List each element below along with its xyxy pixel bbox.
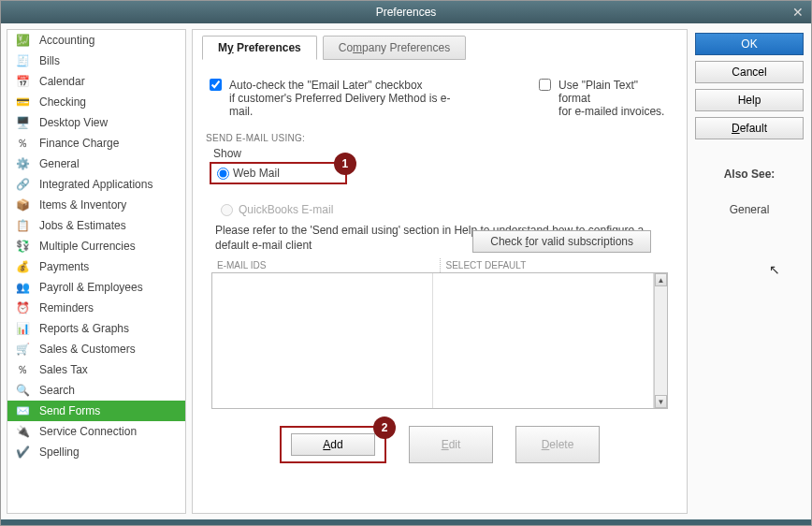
use-plain-text-checkbox[interactable]: [539, 79, 551, 91]
ok-button[interactable]: OK: [695, 33, 804, 55]
sidebar-item-reports-graphs[interactable]: 📊Reports & Graphs: [7, 318, 185, 339]
sidebar-item-spelling[interactable]: ✔️Spelling: [7, 442, 185, 462]
finance-icon: ％: [13, 136, 32, 151]
sidebar-item-label: Spelling: [39, 446, 80, 459]
also-see-link[interactable]: General: [695, 203, 804, 216]
checkbox-row: Auto-check the "Email Later" checkbox if…: [202, 75, 677, 122]
preferences-window: Preferences ✕ 💹Accounting 🧾Bills 📅Calend…: [0, 0, 812, 526]
select-default-column[interactable]: [433, 273, 654, 408]
sidebar-item-label: Payments: [39, 260, 89, 273]
edit-button: Edit: [409, 426, 493, 463]
dialog-buttons: OK Cancel Help Default Also See: General: [693, 29, 805, 514]
sidebar-item-search[interactable]: 🔍Search: [7, 380, 185, 401]
sidebar-item-label: Search: [39, 384, 75, 397]
sidebar-item-jobs-estimates[interactable]: 📋Jobs & Estimates: [7, 215, 185, 236]
sidebar-item-label: Accounting: [39, 34, 94, 47]
service-icon: 🔌: [13, 424, 32, 439]
sidebar-item-label: Bills: [39, 54, 60, 67]
tab-my-preferences[interactable]: My Preferences: [202, 36, 317, 60]
checking-icon: 💳: [13, 95, 32, 110]
sidebar-item-label: General: [39, 157, 80, 170]
table-scrollbar[interactable]: ▲ ▼: [654, 273, 667, 408]
window-title: Preferences: [376, 6, 437, 19]
sidebar-item-label: Payroll & Employees: [39, 281, 143, 294]
help-button[interactable]: Help: [695, 89, 804, 111]
show-label: Show: [213, 147, 666, 160]
currencies-icon: 💱: [13, 239, 32, 254]
col-select-default: SELECT DEFAULT: [440, 258, 669, 272]
col-email-ids: E-MAIL IDS: [211, 258, 440, 272]
email-action-buttons: Add 2 Edit Delete: [202, 426, 677, 463]
auto-check-label: Auto-check the "Email Later" checkbox if…: [229, 79, 468, 118]
sidebar-item-items-inventory[interactable]: 📦Items & Inventory: [7, 195, 185, 215]
quickbooks-email-row: QuickBooks E-mail: [221, 203, 666, 216]
delete-button: Delete: [515, 426, 600, 463]
sidebar-item-service-connection[interactable]: 🔌Service Connection: [7, 421, 185, 442]
inventory-icon: 📦: [13, 197, 32, 212]
category-sidebar: 💹Accounting 🧾Bills 📅Calendar 💳Checking 🖥…: [7, 29, 186, 514]
check-subscriptions-button[interactable]: Check for valid subscriptions: [472, 230, 651, 253]
close-icon[interactable]: ✕: [792, 5, 804, 20]
scroll-up-icon[interactable]: ▲: [655, 273, 667, 286]
titlebar: Preferences ✕: [1, 1, 811, 23]
also-see-heading: Also See:: [695, 168, 804, 181]
quickbooks-email-label: QuickBooks E-mail: [239, 203, 333, 216]
add-button[interactable]: Add: [291, 433, 375, 456]
sidebar-item-bills[interactable]: 🧾Bills: [7, 51, 185, 71]
sidebar-item-sales-tax[interactable]: ％Sales Tax: [7, 359, 185, 380]
sidebar-item-label: Desktop View: [39, 116, 108, 129]
plain-text-label: Use "Plain Text" format for e-mailed inv…: [558, 79, 670, 118]
sidebar-item-reminders[interactable]: ⏰Reminders: [7, 298, 185, 318]
payroll-icon: 👥: [13, 280, 32, 295]
sidebar-item-finance-charge[interactable]: ％Finance Charge: [7, 133, 185, 153]
sidebar-item-accounting[interactable]: 💹Accounting: [7, 30, 185, 51]
sidebar-item-label: Multiple Currencies: [39, 240, 136, 253]
callout-2: 2: [373, 416, 396, 439]
web-mail-label: Web Mail: [233, 167, 280, 180]
calendar-icon: 📅: [13, 74, 32, 89]
add-button-highlight: Add 2: [280, 426, 386, 463]
email-ids-table: ▲ ▼: [211, 272, 668, 409]
sidebar-item-label: Sales & Customers: [39, 343, 136, 356]
sidebar-item-label: Checking: [39, 95, 86, 109]
sidebar-item-checking[interactable]: 💳Checking: [7, 92, 185, 112]
sales-icon: 🛒: [13, 342, 32, 357]
integration-icon: 🔗: [13, 177, 32, 192]
sidebar-item-label: Send Forms: [39, 404, 100, 417]
quickbooks-email-radio: [221, 204, 233, 216]
window-body: 💹Accounting 🧾Bills 📅Calendar 💳Checking 🖥…: [1, 23, 811, 519]
sidebar-item-payments[interactable]: 💰Payments: [7, 256, 185, 277]
main-panel: My Preferences Company Preferences Auto-…: [192, 29, 688, 514]
send-email-using-heading: SEND E-MAIL USING:: [206, 133, 674, 143]
sidebar-item-label: Integrated Applications: [39, 178, 152, 191]
accounting-icon: 💹: [13, 33, 32, 48]
sidebar-item-sales-customers[interactable]: 🛒Sales & Customers: [7, 339, 185, 359]
sidebar-item-desktop-view[interactable]: 🖥️Desktop View: [7, 112, 185, 133]
sidebar-item-payroll[interactable]: 👥Payroll & Employees: [7, 277, 185, 298]
scroll-down-icon[interactable]: ▼: [655, 395, 667, 408]
jobs-icon: 📋: [13, 218, 32, 233]
payments-icon: 💰: [13, 259, 32, 274]
tab-company-preferences[interactable]: Company Preferences: [323, 36, 466, 60]
send-forms-icon: ✉️: [13, 403, 32, 418]
sidebar-item-send-forms[interactable]: ✉️Send Forms: [7, 401, 185, 421]
tabs: My Preferences Company Preferences: [202, 36, 677, 60]
sidebar-item-multiple-currencies[interactable]: 💱Multiple Currencies: [7, 236, 185, 256]
general-icon: ⚙️: [13, 156, 32, 171]
web-mail-radio[interactable]: [217, 168, 229, 180]
email-ids-column[interactable]: [212, 273, 433, 408]
desktop-icon: 🖥️: [13, 115, 32, 130]
auto-check-email-later-checkbox[interactable]: [210, 79, 222, 91]
default-button[interactable]: Default: [695, 117, 804, 139]
sidebar-item-label: Finance Charge: [39, 137, 119, 150]
sidebar-item-label: Jobs & Estimates: [39, 219, 126, 232]
search-icon: 🔍: [13, 383, 32, 398]
sidebar-item-calendar[interactable]: 📅Calendar: [7, 71, 185, 92]
spelling-icon: ✔️: [13, 445, 32, 460]
bottom-bar: [1, 519, 811, 525]
sidebar-item-general[interactable]: ⚙️General: [7, 153, 185, 174]
cancel-button[interactable]: Cancel: [695, 61, 804, 83]
sidebar-item-label: Sales Tax: [39, 363, 88, 376]
callout-1: 1: [334, 153, 356, 175]
sidebar-item-integrated-apps[interactable]: 🔗Integrated Applications: [7, 174, 185, 195]
